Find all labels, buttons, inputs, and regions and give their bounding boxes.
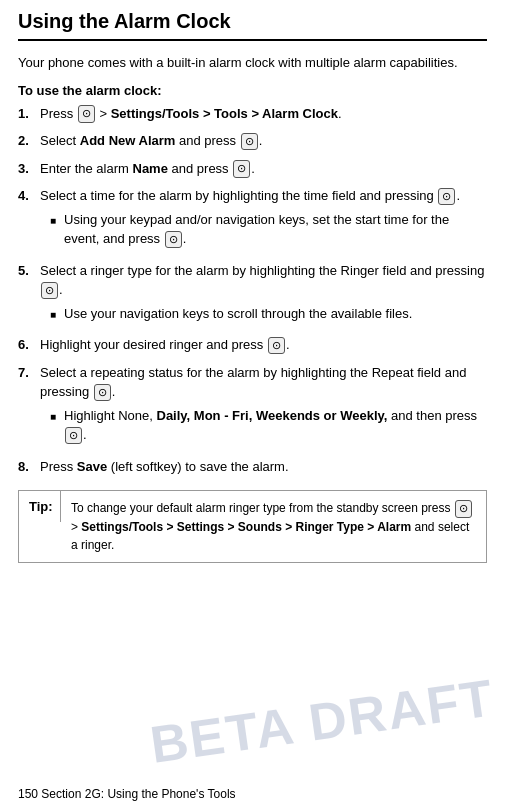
step-number: 2. — [18, 131, 40, 151]
steps-list: 1.Press ⊙ > Settings/Tools > Tools > Ala… — [18, 104, 487, 477]
step-item: 5.Select a ringer type for the alarm by … — [18, 261, 487, 328]
bullet-icon: ■ — [50, 304, 64, 322]
tip-content: To change your default alarm ringer type… — [61, 491, 486, 562]
page-title: Using the Alarm Clock — [18, 0, 487, 41]
step-content: Select Add New Alarm and press ⊙. — [40, 131, 487, 151]
beta-draft-watermark: BETA DRAFT — [146, 667, 497, 775]
sub-content: Use your navigation keys to scroll throu… — [64, 304, 487, 324]
sub-content: Highlight None, Daily, Mon - Fri, Weeken… — [64, 406, 487, 445]
step-item: 2.Select Add New Alarm and press ⊙. — [18, 131, 487, 151]
step-item: 7.Select a repeating status for the alar… — [18, 363, 487, 449]
step-content: Select a time for the alarm by highlight… — [40, 186, 487, 253]
footer: 150 Section 2G: Using the Phone's Tools — [18, 787, 236, 801]
step-content: Highlight your desired ringer and press … — [40, 335, 487, 355]
sub-item: ■Highlight None, Daily, Mon - Fri, Weeke… — [40, 406, 487, 445]
step-number: 7. — [18, 363, 40, 383]
step-item: 3.Enter the alarm Name and press ⊙. — [18, 159, 487, 179]
bullet-icon: ■ — [50, 210, 64, 228]
step-content: Press Save (left softkey) to save the al… — [40, 457, 487, 477]
step-content: Enter the alarm Name and press ⊙. — [40, 159, 487, 179]
step-content: Press ⊙ > Settings/Tools > Tools > Alarm… — [40, 104, 487, 124]
step-item: 6.Highlight your desired ringer and pres… — [18, 335, 487, 355]
step-number: 5. — [18, 261, 40, 281]
step-number: 4. — [18, 186, 40, 206]
intro-text: Your phone comes with a built-in alarm c… — [18, 53, 487, 73]
step-content: Select a ringer type for the alarm by hi… — [40, 261, 487, 328]
tip-box: Tip: To change your default alarm ringer… — [18, 490, 487, 563]
step-item: 4.Select a time for the alarm by highlig… — [18, 186, 487, 253]
sub-item: ■Using your keypad and/or navigation key… — [40, 210, 487, 249]
step-number: 6. — [18, 335, 40, 355]
tip-label: Tip: — [19, 491, 61, 522]
step-number: 8. — [18, 457, 40, 477]
step-item: 8.Press Save (left softkey) to save the … — [18, 457, 487, 477]
step-item: 1.Press ⊙ > Settings/Tools > Tools > Ala… — [18, 104, 487, 124]
sub-content: Using your keypad and/or navigation keys… — [64, 210, 487, 249]
step-content: Select a repeating status for the alarm … — [40, 363, 487, 449]
step-number: 1. — [18, 104, 40, 124]
section-label: To use the alarm clock: — [18, 83, 487, 98]
sub-item: ■Use your navigation keys to scroll thro… — [40, 304, 487, 324]
bullet-icon: ■ — [50, 406, 64, 424]
step-number: 3. — [18, 159, 40, 179]
